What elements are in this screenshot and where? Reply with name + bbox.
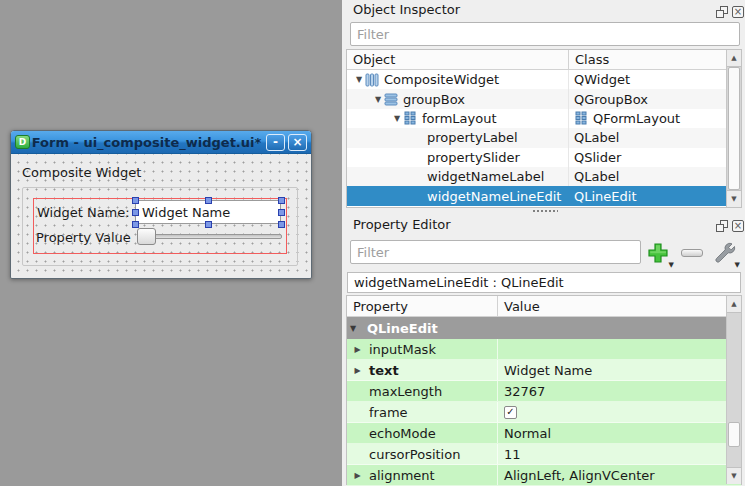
- property-table: Property Value ▼ QLineEdit ▶ inputMask ▶…: [346, 295, 742, 485]
- object-class: QGroupBox: [569, 89, 741, 108]
- close-button[interactable]: ×: [288, 134, 307, 151]
- scrollbar-thumb[interactable]: [728, 422, 740, 447]
- column-header-property[interactable]: Property: [347, 296, 498, 316]
- expand-arrow-icon[interactable]: ▼: [372, 95, 384, 104]
- expand-arrow-icon[interactable]: ▶: [351, 471, 364, 480]
- column-header-value[interactable]: Value: [498, 296, 741, 316]
- property-value[interactable]: Widget Name: [498, 360, 741, 380]
- tree-row-propertylabel[interactable]: propertyLabel QLabel: [347, 128, 741, 147]
- object-name: propertySlider: [427, 150, 520, 165]
- tree-row-widgetnamelabel[interactable]: widgetNameLabel QLabel: [347, 167, 741, 186]
- property-value[interactable]: 11: [498, 444, 741, 464]
- property-row-frame[interactable]: ▶ frame ✓: [347, 402, 741, 423]
- designer-app-icon: D: [15, 135, 30, 149]
- float-square-front: [716, 224, 724, 232]
- selection-handle[interactable]: [278, 197, 285, 204]
- property-name: alignment: [364, 468, 435, 483]
- property-editor-filter-input[interactable]: [350, 240, 641, 264]
- selection-handle[interactable]: [205, 221, 212, 228]
- tree-row-widgetnamelineedit-selected[interactable]: widgetNameLineEdit QLineEdit: [347, 186, 727, 205]
- property-row-echomode[interactable]: ▶ echoMode Normal: [347, 423, 741, 444]
- tree-row-groupbox[interactable]: ▼ groupBox QGroupBox: [347, 89, 741, 108]
- object-class: QLineEdit: [569, 186, 727, 205]
- property-value[interactable]: 32767: [498, 381, 741, 401]
- object-name: widgetNameLineEdit: [427, 189, 561, 204]
- property-value-label[interactable]: Property Value: [36, 230, 131, 245]
- object-name: widgetNameLabel: [427, 169, 544, 184]
- object-tree: Object Class ▼ CompositeWidget QWidget ▼: [346, 49, 742, 208]
- property-value[interactable]: Normal: [498, 423, 741, 443]
- property-name: frame: [364, 405, 408, 420]
- property-name: cursorPosition: [364, 447, 460, 462]
- property-editor-title: Property Editor: [353, 217, 451, 232]
- expand-arrow-icon[interactable]: ▶: [351, 366, 364, 375]
- float-square-front: [716, 10, 724, 18]
- dock-float-icon[interactable]: [716, 6, 728, 18]
- expand-arrow-icon[interactable]: ▼: [353, 75, 365, 84]
- selection-handle[interactable]: [132, 221, 139, 228]
- lineedit-text: Widget Name: [142, 205, 230, 220]
- property-row-cursorposition[interactable]: ▶ cursorPosition 11: [347, 444, 741, 465]
- scroll-down-icon[interactable]: ▼: [727, 467, 741, 484]
- property-name: text: [364, 363, 399, 378]
- dock-close-icon[interactable]: ×: [732, 220, 744, 232]
- scrollbar-thumb[interactable]: [728, 67, 740, 190]
- remove-dynamic-property-button[interactable]: [681, 249, 703, 257]
- expand-arrow-icon[interactable]: ▼: [391, 114, 403, 123]
- current-selection-label: widgetNameLineEdit : QLineEdit: [347, 272, 741, 293]
- tree-row-compositewidget[interactable]: ▼ CompositeWidget QWidget: [347, 70, 741, 89]
- widget-name-label[interactable]: Widget Name:: [37, 205, 130, 220]
- form-designer-window[interactable]: D Form - ui_composite_widget.ui* - × Com…: [10, 130, 312, 279]
- selection-handle[interactable]: [278, 209, 285, 216]
- property-row-text[interactable]: ▶ text Widget Name: [347, 360, 741, 381]
- object-tree-scrollbar[interactable]: ▲ ▼: [726, 50, 741, 207]
- dropdown-arrow-icon: ▼: [735, 261, 740, 269]
- qt-designer-workspace: D Form - ui_composite_widget.ui* - × Com…: [0, 0, 745, 486]
- property-table-header: Property Value: [347, 296, 741, 317]
- selection-handle[interactable]: [205, 197, 212, 204]
- add-dynamic-property-button[interactable]: ▼: [646, 241, 670, 265]
- column-header-class[interactable]: Class: [569, 50, 741, 69]
- frame-checkbox[interactable]: ✓: [504, 406, 517, 419]
- minimize-button[interactable]: -: [266, 134, 285, 151]
- form-window-titlebar[interactable]: D Form - ui_composite_widget.ui* - ×: [11, 131, 311, 154]
- object-inspector-title: Object Inspector: [353, 2, 460, 17]
- scroll-down-icon[interactable]: ▼: [727, 190, 741, 207]
- splitter-handle[interactable]: [532, 208, 558, 213]
- scroll-up-icon[interactable]: ▲: [727, 50, 741, 67]
- property-row-maxlength[interactable]: ▶ maxLength 32767: [347, 381, 741, 402]
- selection-handle[interactable]: [278, 221, 285, 228]
- object-inspector-filter-input[interactable]: [350, 22, 740, 46]
- property-group-qlineedit[interactable]: ▼ QLineEdit: [347, 317, 741, 339]
- object-class: QSlider: [569, 148, 741, 167]
- tree-row-propertyslider[interactable]: propertySlider QSlider: [347, 148, 741, 167]
- object-class: QLabel: [569, 167, 741, 186]
- property-row-inputmask[interactable]: ▶ inputMask: [347, 339, 741, 360]
- collapse-arrow-icon[interactable]: ▼: [347, 324, 359, 333]
- property-table-scrollbar[interactable]: ▲ ▼: [726, 296, 741, 484]
- object-name: formLayout: [422, 111, 497, 126]
- slider-handle[interactable]: [137, 228, 156, 245]
- object-name: CompositeWidget: [384, 72, 499, 87]
- property-name: echoMode: [364, 426, 436, 441]
- scroll-up-icon[interactable]: ▲: [727, 296, 741, 313]
- object-tree-header: Object Class: [347, 50, 741, 70]
- configure-wrench-button[interactable]: ▼: [711, 240, 736, 265]
- selection-handle[interactable]: [132, 209, 139, 216]
- property-value[interactable]: AlignLeft, AlignVCenter: [498, 465, 741, 485]
- property-row-alignment[interactable]: ▶ alignment AlignLeft, AlignVCenter: [347, 465, 741, 486]
- slider-groove[interactable]: [137, 234, 282, 239]
- form-editor-canvas: D Form - ui_composite_widget.ui* - × Com…: [0, 0, 342, 486]
- dropdown-arrow-icon: ▼: [669, 261, 674, 269]
- groupbox-title: Composite Widget: [22, 165, 141, 180]
- selection-handle[interactable]: [132, 197, 139, 204]
- dock-close-icon[interactable]: ×: [732, 6, 744, 18]
- dock-float-icon[interactable]: [716, 220, 728, 232]
- qformlayout-icon: [574, 111, 589, 125]
- expand-arrow-icon[interactable]: ▶: [351, 345, 364, 354]
- property-value[interactable]: [498, 339, 741, 359]
- column-header-object[interactable]: Object: [347, 50, 569, 69]
- object-class: QFormLayout: [569, 109, 741, 128]
- object-name: propertyLabel: [427, 130, 518, 145]
- tree-row-formlayout[interactable]: ▼ formLayout QFormLayout: [347, 109, 741, 128]
